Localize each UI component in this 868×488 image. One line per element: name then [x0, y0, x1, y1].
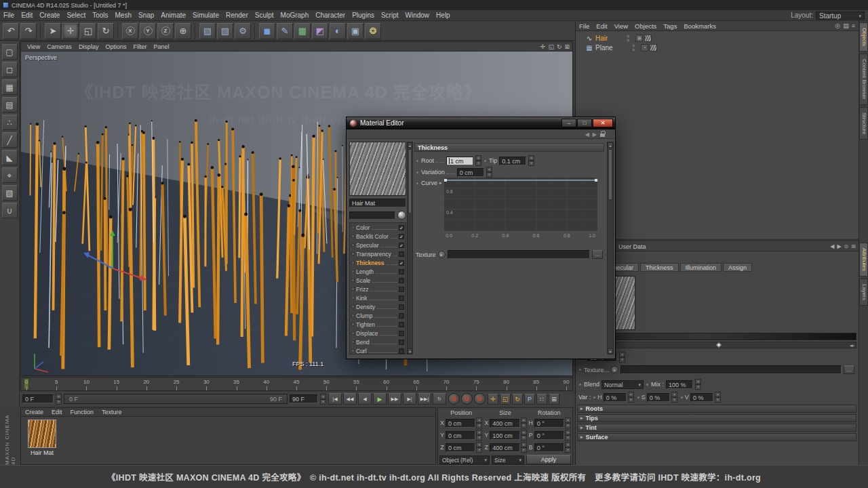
am-forward-icon[interactable]: ▶: [837, 243, 841, 249]
coord-position-z-field[interactable]: 0 cm: [446, 443, 475, 452]
panel-splitter[interactable]: [576, 238, 859, 241]
section-surface[interactable]: ▸Surface: [577, 433, 856, 441]
frame-tick-30[interactable]: 30: [201, 379, 212, 385]
render-picture-viewer-icon[interactable]: ▨: [217, 23, 233, 39]
channel-checkbox[interactable]: [399, 331, 404, 336]
coord-spinner[interactable]: ▲▼: [565, 430, 571, 441]
frame-tick-0[interactable]: 0: [21, 379, 32, 385]
menu-help[interactable]: Help: [433, 12, 454, 19]
live-selection-icon[interactable]: ➤: [45, 23, 61, 39]
zoom-view-icon[interactable]: ◱: [548, 43, 554, 50]
menu-plugins[interactable]: Plugins: [349, 12, 378, 19]
object-manager-menu-view[interactable]: View: [611, 22, 631, 30]
menu-sculpt[interactable]: Sculpt: [252, 12, 277, 19]
channel-transparency[interactable]: Transparency: [350, 249, 406, 258]
coord-spinner[interactable]: ▲▼: [565, 442, 571, 453]
polygons-mode-icon[interactable]: ◣: [2, 150, 18, 165]
channel-checkbox[interactable]: [399, 251, 404, 257]
menu-script[interactable]: Script: [378, 12, 402, 19]
viewport-menu-display[interactable]: Display: [75, 43, 102, 50]
coord-size-mode-dropdown[interactable]: Size▾: [492, 455, 524, 464]
om-panel-menu-icon[interactable]: ≡: [852, 22, 855, 29]
anim-dot-icon[interactable]: [416, 171, 419, 174]
menu-file[interactable]: File: [0, 12, 18, 19]
anim-dot-icon[interactable]: [416, 182, 419, 185]
menu-select[interactable]: Select: [63, 12, 89, 19]
channel-checkbox[interactable]: ✓: [399, 225, 404, 230]
side-tab-structure[interactable]: Structure: [859, 107, 868, 140]
gradient-track-arrows[interactable]: ◂▸: [850, 342, 854, 348]
am-panel-icon[interactable]: ⊞: [851, 243, 856, 249]
coord-spinner[interactable]: ▲▼: [476, 442, 482, 453]
channel-checkbox[interactable]: [399, 304, 404, 310]
preview-type-dropdown[interactable]: [349, 211, 395, 220]
channel-checkbox[interactable]: [399, 340, 404, 345]
left-pane-scrollbar[interactable]: ▲▼: [407, 142, 413, 354]
mix-field[interactable]: 100 %: [666, 380, 693, 389]
material-manager-menu-texture[interactable]: Texture: [98, 409, 126, 415]
orbit-view-icon[interactable]: ↻: [557, 43, 562, 50]
channel-checkbox[interactable]: [399, 269, 404, 274]
history-forward-icon[interactable]: ▶: [593, 131, 597, 138]
record-keyframe-button[interactable]: [448, 393, 460, 405]
gradient-bias-knob[interactable]: [716, 342, 722, 348]
coord-spinner[interactable]: ▲▼: [521, 442, 527, 453]
lock-z-icon[interactable]: Z: [157, 23, 174, 39]
var-s-field[interactable]: 0 %: [647, 393, 670, 402]
menu-simulate[interactable]: Simulate: [189, 12, 222, 19]
spline-pen-icon[interactable]: ✎: [277, 23, 293, 39]
menu-animate[interactable]: Animate: [157, 12, 189, 19]
frame-tick-70[interactable]: 70: [441, 379, 452, 385]
light-icon[interactable]: ❂: [365, 23, 381, 39]
channel-thickness[interactable]: Thickness✓: [350, 258, 406, 267]
record-rotation-toggle[interactable]: ↻: [512, 394, 523, 405]
mograph-icon[interactable]: ▦: [294, 23, 311, 39]
environment-icon[interactable]: ◐: [330, 23, 346, 39]
channel-specular[interactable]: Specular✓: [350, 241, 406, 249]
root-spinner[interactable]: ▲▼: [475, 155, 481, 166]
tip-thickness-field[interactable]: 0.1 cm: [499, 157, 526, 165]
attribute-texture-field[interactable]: [620, 365, 842, 374]
viewport-menu-filter[interactable]: Filter: [130, 43, 150, 50]
end-frame-spinner[interactable]: ▲▼: [320, 394, 326, 405]
frame-tick-25[interactable]: 25: [171, 379, 182, 385]
undo-icon[interactable]: ↶: [3, 23, 19, 39]
camera-icon[interactable]: ▣: [347, 23, 363, 39]
texture-path-field[interactable]: [448, 250, 590, 259]
snap-settings-icon[interactable]: ∪: [2, 203, 18, 218]
end-frame-field[interactable]: 90 F: [290, 394, 318, 403]
material-tag-icon[interactable]: [644, 35, 652, 42]
coord-spinner[interactable]: ▲▼: [565, 418, 571, 428]
add-cube-icon[interactable]: ◼: [259, 23, 275, 39]
record-position-toggle[interactable]: ✛: [488, 394, 498, 405]
visibility-dots[interactable]: [627, 35, 630, 42]
material-manager-menu-create[interactable]: Create: [21, 409, 47, 415]
om-filter-icon[interactable]: ▤: [843, 22, 849, 29]
prev-key-button[interactable]: ◀◀: [343, 393, 357, 405]
side-tab-content-browser[interactable]: Content Browser: [859, 54, 868, 105]
channel-checkbox[interactable]: ✓: [399, 243, 404, 248]
menu-character[interactable]: Character: [312, 12, 349, 19]
history-back-icon[interactable]: ◀: [585, 131, 589, 138]
record-scale-toggle[interactable]: ◱: [500, 394, 511, 405]
prev-frame-button[interactable]: ◀: [358, 393, 372, 405]
layout-dropdown[interactable]: Startup▾: [816, 12, 865, 20]
var-h-field[interactable]: 0 %: [604, 393, 627, 402]
coord-spinner[interactable]: ▲▼: [521, 418, 527, 428]
section-tint[interactable]: ▸Tint: [577, 424, 856, 432]
frame-tick-5[interactable]: 5: [51, 379, 62, 385]
menu-tools[interactable]: Tools: [89, 12, 111, 19]
pan-view-icon[interactable]: ✛: [540, 43, 546, 50]
channel-kink[interactable]: Kink: [350, 293, 406, 302]
channel-backlit-color[interactable]: Backlit Color✓: [350, 232, 406, 241]
next-key-button[interactable]: ▶|: [403, 393, 416, 405]
anim-dot-icon[interactable]: [646, 383, 649, 386]
keyframe-selection-button[interactable]: [474, 393, 486, 405]
viewport-menu-panel[interactable]: Panel: [150, 43, 172, 50]
material-manager-menu-edit[interactable]: Edit: [47, 409, 66, 415]
object-manager-menu-objects[interactable]: Objects: [631, 22, 660, 30]
toggle-views-icon[interactable]: ⊞: [564, 43, 570, 50]
material-preview[interactable]: [349, 142, 406, 196]
material-name-field[interactable]: Hair Mat: [349, 199, 406, 207]
material-thumbnail[interactable]: [28, 420, 56, 448]
